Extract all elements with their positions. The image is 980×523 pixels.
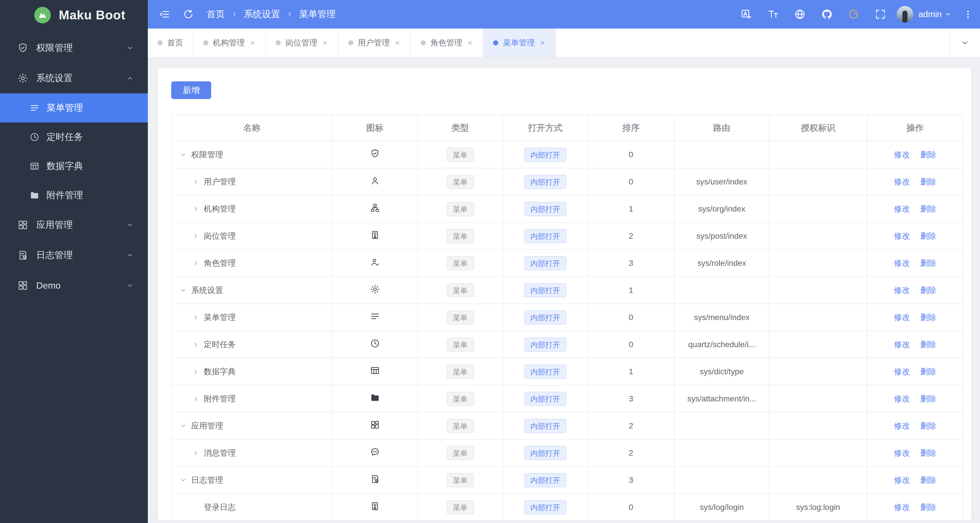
edit-link[interactable]: 修改 bbox=[894, 340, 910, 349]
delete-link[interactable]: 删除 bbox=[920, 394, 936, 403]
delete-link[interactable]: 删除 bbox=[920, 286, 936, 295]
expand-row-icon[interactable] bbox=[192, 179, 204, 185]
auth-value bbox=[769, 358, 867, 385]
delete-link[interactable]: 删除 bbox=[920, 476, 936, 485]
open-mode-tag: 内部打开 bbox=[524, 500, 566, 515]
gitee-icon[interactable] bbox=[848, 8, 859, 20]
tab-post[interactable]: 岗位管理 bbox=[266, 29, 339, 57]
tab-org[interactable]: 机构管理 bbox=[194, 29, 266, 57]
auth-value bbox=[769, 331, 867, 358]
edit-link[interactable]: 修改 bbox=[894, 259, 910, 268]
collapse-sidebar-icon[interactable] bbox=[159, 8, 170, 20]
edit-link[interactable]: 修改 bbox=[894, 394, 910, 403]
edit-link[interactable]: 修改 bbox=[894, 367, 910, 376]
close-icon[interactable] bbox=[250, 40, 256, 46]
tab-role[interactable]: 角色管理 bbox=[411, 29, 484, 57]
edit-link[interactable]: 修改 bbox=[894, 204, 910, 213]
tab-label: 菜单管理 bbox=[503, 37, 535, 48]
breadcrumb-item[interactable]: 首页 bbox=[207, 8, 225, 21]
sort-value: 0 bbox=[588, 141, 675, 168]
expand-row-icon[interactable] bbox=[192, 395, 204, 402]
delete-link[interactable]: 删除 bbox=[920, 231, 936, 241]
tabs-dropdown-button[interactable] bbox=[949, 29, 980, 57]
edit-link[interactable]: 修改 bbox=[894, 503, 910, 512]
delete-link[interactable]: 删除 bbox=[920, 448, 936, 458]
fullscreen-icon[interactable] bbox=[874, 8, 886, 20]
github-icon[interactable] bbox=[821, 8, 833, 20]
close-icon[interactable] bbox=[395, 40, 401, 46]
auth-value bbox=[769, 141, 867, 168]
edit-link[interactable]: 修改 bbox=[894, 150, 910, 159]
delete-link[interactable]: 删除 bbox=[920, 259, 936, 268]
more-menu-icon[interactable] bbox=[963, 9, 973, 19]
edit-link[interactable]: 修改 bbox=[894, 476, 910, 485]
sidebar-item-system[interactable]: 系统设置 bbox=[0, 63, 148, 93]
column-header: 打开方式 bbox=[503, 115, 588, 141]
edit-link[interactable]: 修改 bbox=[894, 177, 910, 186]
avatar[interactable] bbox=[897, 6, 913, 22]
breadcrumb-item[interactable]: 系统设置 bbox=[244, 8, 280, 21]
sidebar-item-log[interactable]: 日志管理 bbox=[0, 240, 148, 270]
globe-icon[interactable] bbox=[794, 8, 806, 20]
table-row-menu: 菜单管理 菜单 内部打开 0 sys/menu/index 修改 删除 bbox=[172, 304, 963, 331]
sort-value: 2 bbox=[588, 412, 675, 439]
close-icon[interactable] bbox=[539, 40, 546, 46]
edit-link[interactable]: 修改 bbox=[894, 231, 910, 241]
tab-user[interactable]: 用户管理 bbox=[339, 29, 411, 57]
user-name[interactable]: admin bbox=[918, 10, 942, 19]
close-icon[interactable] bbox=[322, 40, 328, 46]
edit-link[interactable]: 修改 bbox=[894, 286, 910, 295]
tab-home[interactable]: 首页 bbox=[148, 29, 194, 57]
clock-icon bbox=[370, 338, 380, 349]
delete-link[interactable]: 删除 bbox=[920, 150, 936, 159]
type-tag: 菜单 bbox=[447, 473, 474, 487]
content-card: 新增 名称图标类型打开方式排序路由授权标识操作 权限管理 菜单 内部打开 0 修… bbox=[158, 68, 971, 520]
expand-row-icon[interactable] bbox=[192, 206, 204, 212]
refresh-icon[interactable] bbox=[183, 8, 194, 20]
route-value: sys/dict/type bbox=[675, 358, 769, 385]
open-mode-tag: 内部打开 bbox=[524, 337, 566, 352]
table-row-user: 用户管理 菜单 内部打开 0 sys/user/index 修改 删除 bbox=[172, 168, 963, 195]
breadcrumb-item[interactable]: 菜单管理 bbox=[299, 8, 336, 21]
route-value: sys/org/index bbox=[675, 195, 769, 222]
add-button[interactable]: 新增 bbox=[171, 81, 211, 99]
expand-row-icon[interactable] bbox=[192, 368, 204, 375]
sidebar-item-permission[interactable]: 权限管理 bbox=[0, 33, 148, 63]
delete-link[interactable]: 删除 bbox=[920, 313, 936, 322]
shield-check-icon bbox=[17, 42, 29, 54]
fontsize-icon[interactable] bbox=[767, 8, 779, 20]
delete-link[interactable]: 删除 bbox=[920, 340, 936, 349]
sidebar-item-demo[interactable]: Demo bbox=[0, 270, 148, 301]
delete-link[interactable]: 删除 bbox=[920, 503, 936, 512]
expand-row-icon[interactable] bbox=[192, 314, 204, 321]
app-logo: Maku Boot bbox=[0, 0, 148, 30]
auth-value bbox=[769, 385, 867, 412]
edit-link[interactable]: 修改 bbox=[894, 448, 910, 458]
translate-icon[interactable] bbox=[740, 8, 752, 20]
edit-link[interactable]: 修改 bbox=[894, 421, 910, 430]
tab-menu[interactable]: 菜单管理 bbox=[484, 29, 556, 57]
collapse-row-icon[interactable] bbox=[180, 151, 191, 158]
sidebar-subitem-menu[interactable]: 菜单管理 bbox=[0, 93, 148, 123]
collapse-row-icon[interactable] bbox=[180, 477, 191, 483]
collapse-row-icon[interactable] bbox=[180, 287, 191, 294]
sidebar-subitem-schedule[interactable]: 定时任务 bbox=[0, 123, 148, 151]
expand-row-icon[interactable] bbox=[192, 233, 204, 239]
table-row-application: 应用管理 菜单 内部打开 2 修改 删除 bbox=[172, 412, 963, 439]
sidebar-subitem-label: 定时任务 bbox=[46, 131, 83, 143]
close-icon[interactable] bbox=[467, 40, 473, 46]
sidebar-item-application[interactable]: 应用管理 bbox=[0, 210, 148, 240]
expand-row-icon[interactable] bbox=[192, 260, 204, 266]
tab-dot bbox=[421, 40, 426, 45]
delete-link[interactable]: 删除 bbox=[920, 177, 936, 186]
sidebar-subitem-dict[interactable]: 数据字典 bbox=[0, 151, 148, 181]
edit-link[interactable]: 修改 bbox=[894, 313, 910, 322]
collapse-row-icon[interactable] bbox=[180, 423, 191, 429]
expand-row-icon[interactable] bbox=[192, 450, 204, 456]
expand-row-icon[interactable] bbox=[192, 341, 204, 348]
sidebar-subitem-attachment[interactable]: 附件管理 bbox=[0, 181, 148, 210]
chevron-down-icon[interactable] bbox=[945, 11, 951, 18]
delete-link[interactable]: 删除 bbox=[920, 367, 936, 376]
delete-link[interactable]: 删除 bbox=[920, 421, 936, 430]
delete-link[interactable]: 删除 bbox=[920, 204, 936, 213]
